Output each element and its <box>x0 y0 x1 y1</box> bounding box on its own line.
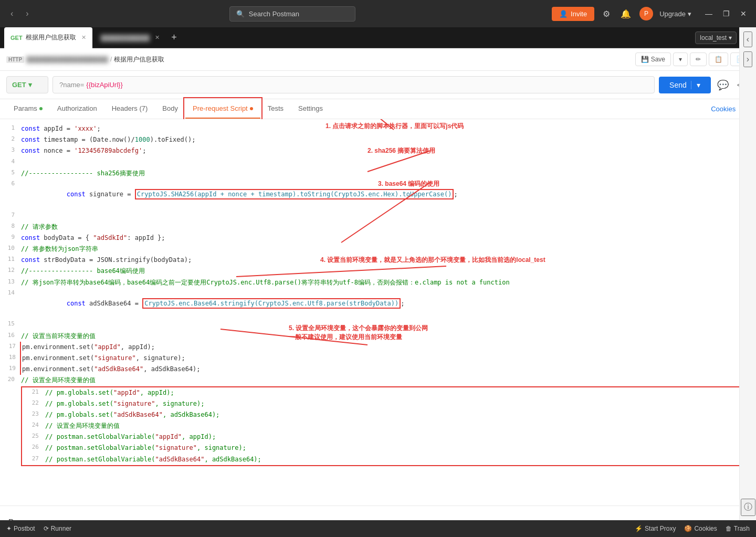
send-button[interactable]: Send ▾ <box>659 77 711 93</box>
params-label: Params <box>14 104 37 112</box>
nav-back-button[interactable]: ‹ <box>6 7 17 20</box>
search-input[interactable]: 🔍 Search Postman <box>229 6 355 22</box>
notifications-button[interactable]: 🔔 <box>618 7 633 21</box>
code-line: 27// postman.setGlobalVariable("adSdkBas… <box>24 454 753 465</box>
params-dot <box>39 107 43 110</box>
right-sidebar: ‹ › ⓘ <box>739 27 756 520</box>
postbot-button[interactable]: ✦ Postbot <box>6 525 35 532</box>
save-label: Save <box>651 56 665 63</box>
code-line: 23// pm.globals.set("adSdkBase64", adSdk… <box>24 409 753 420</box>
minimize-button[interactable]: — <box>702 7 716 20</box>
invite-button[interactable]: 👤 Invite <box>552 7 594 21</box>
breadcrumb-http: HTTP <box>6 56 24 63</box>
start-proxy-button[interactable]: ⚡ Start Proxy <box>635 525 676 532</box>
pre-request-label: Pre-request Script <box>193 104 248 112</box>
code-line: 12//----------------- base64编码使用 <box>0 266 756 277</box>
code-line: 24// 设置全局环境变量的值 <box>24 420 753 431</box>
comment-button[interactable]: 💬 <box>715 77 731 93</box>
method-selector[interactable]: GET ▾ <box>6 76 48 93</box>
collapse-sidebar-button[interactable]: ‹ <box>743 31 752 47</box>
code-line-6: 6 const signature = CryptoJS.SHA256(appI… <box>0 179 756 210</box>
settings-button[interactable]: ⚙ <box>601 7 612 21</box>
url-bar-container: HTTP ████████████████████ / 根据用户信息获取 💾 S… <box>0 48 756 71</box>
tab-settings[interactable]: Settings <box>291 99 330 119</box>
code-line: 13// 将json字符串转为base64编码，base64编码之前一定要使用C… <box>0 277 756 288</box>
trash-icon: 🗑 <box>726 525 732 532</box>
maximize-button[interactable]: ❐ <box>720 7 733 20</box>
copy-button[interactable]: 📋 <box>709 52 728 66</box>
tab-tests[interactable]: Tests <box>260 99 291 119</box>
send-label: Send <box>669 81 687 89</box>
upgrade-arrow-icon: ▾ <box>688 10 691 18</box>
cookies-bottom-label: Cookies <box>694 525 717 532</box>
invite-label: Invite <box>571 10 587 18</box>
second-tab[interactable]: ████████████ ✕ <box>94 27 166 48</box>
trash-label: Trash <box>734 525 750 532</box>
code-line: 10// 将参数转为json字符串 <box>0 244 756 255</box>
tab-pre-request-script[interactable]: Pre-request Script <box>185 99 260 119</box>
edit-button[interactable]: ✏ <box>690 52 707 66</box>
tab-bar: GET 根据用户信息获取 ✕ ████████████ ✕ + local_te… <box>0 27 756 48</box>
code-editor[interactable]: 1const appId = 'xxxx'; 2const timestamp … <box>0 119 756 470</box>
nav-forward-button[interactable]: › <box>22 7 33 20</box>
save-button[interactable]: 💾 Save <box>635 52 671 66</box>
pre-request-dot <box>250 107 253 110</box>
tab-headers[interactable]: Headers (7) <box>104 99 155 119</box>
tab-navigation: Params Authorization Headers (7) Body Pr… <box>0 99 756 119</box>
nav-controls: ‹ › <box>6 7 33 20</box>
top-bar-right: 👤 Invite ⚙ 🔔 P Upgrade ▾ — ❐ ✕ <box>552 7 750 21</box>
top-bar: ‹ › 🔍 Search Postman 👤 Invite ⚙ 🔔 P Upgr… <box>0 0 756 27</box>
url-text: ?name= <box>59 81 84 89</box>
code-line: 2const timestamp = (Date.now()/1000).toF… <box>0 134 756 145</box>
url-input[interactable]: ?name={{bizApiUrl}} <box>52 76 655 93</box>
code-line: 19 pm.environment.set("adSdkBase64", adS… <box>20 364 756 375</box>
info-icon-button[interactable]: ⓘ <box>741 499 755 516</box>
postbot-label: Postbot <box>14 525 35 532</box>
new-tab-button[interactable]: + <box>168 32 180 43</box>
code-line: 7 <box>0 210 756 222</box>
start-proxy-label: Start Proxy <box>645 525 676 532</box>
active-tab[interactable]: GET 根据用户信息获取 ✕ <box>4 27 92 48</box>
cookies-bottom-button[interactable]: 🍪 Cookies <box>684 525 717 532</box>
code-line-env-box-start: 17 pm.environment.set("appId", appId); <box>20 342 756 353</box>
environment-selector[interactable]: local_test ▾ <box>695 31 737 44</box>
code-line: 18 pm.environment.set("signature", signa… <box>20 353 756 364</box>
runner-icon: ⟳ <box>44 525 49 532</box>
save-icon: 💾 <box>641 56 649 63</box>
second-tab-close-icon[interactable]: ✕ <box>155 34 160 41</box>
tab-authorization[interactable]: Authorization <box>50 99 104 119</box>
invite-icon: 👤 <box>559 10 568 18</box>
method-label: GET <box>12 81 26 89</box>
code-line: 5//----------------- sha256摘要使用 <box>0 168 756 179</box>
tab-name: 根据用户信息获取 <box>26 33 76 42</box>
save-arrow-button[interactable]: ▾ <box>673 52 688 66</box>
request-section: 1const appId = 'xxxx'; 2const timestamp … <box>0 119 756 537</box>
tab-params[interactable]: Params <box>6 99 50 119</box>
tab-close-icon[interactable]: ✕ <box>81 34 86 41</box>
runner-label: Runner <box>51 525 71 532</box>
tab-method: GET <box>10 35 23 41</box>
authorization-label: Authorization <box>57 104 97 112</box>
code-line: 20// 设置全局环境变量的值 <box>0 375 756 386</box>
code-line: 16// 设置当前环境变量的值 <box>0 331 756 342</box>
right-sidebar-expand-button[interactable]: › <box>743 51 752 67</box>
breadcrumb: HTTP ████████████████████ / 根据用户信息获取 <box>6 55 631 64</box>
runner-button[interactable]: ⟳ Runner <box>44 525 71 532</box>
upgrade-button[interactable]: Upgrade ▾ <box>659 10 691 18</box>
breadcrumb-path: ████████████████████ <box>26 56 108 62</box>
trash-button[interactable]: 🗑 Trash <box>726 525 750 532</box>
request-area: GET ▾ ?name={{bizApiUrl}} Send ▾ 💬 </> <box>0 71 756 99</box>
editor-wrapper[interactable]: 1const appId = 'xxxx'; 2const timestamp … <box>0 119 756 506</box>
postbot-icon: ✦ <box>6 525 12 532</box>
bottom-right: ⚡ Start Proxy 🍪 Cookies 🗑 Trash <box>635 525 750 532</box>
search-bar-container: 🔍 Search Postman <box>37 6 548 22</box>
breadcrumb-current: 根据用户信息获取 <box>114 55 164 64</box>
search-placeholder: Search Postman <box>249 10 299 18</box>
url-actions: 💾 Save ▾ ✏ 📋 📄 <box>635 52 750 66</box>
tab-body[interactable]: Body <box>155 99 185 119</box>
close-button[interactable]: ✕ <box>737 7 750 20</box>
search-icon: 🔍 <box>236 10 245 18</box>
cookies-link[interactable]: Cookies <box>711 105 736 113</box>
tests-label: Tests <box>268 104 284 112</box>
code-line-14: 14 const adSdkBase64 = CryptoJS.enc.Base… <box>0 288 756 320</box>
